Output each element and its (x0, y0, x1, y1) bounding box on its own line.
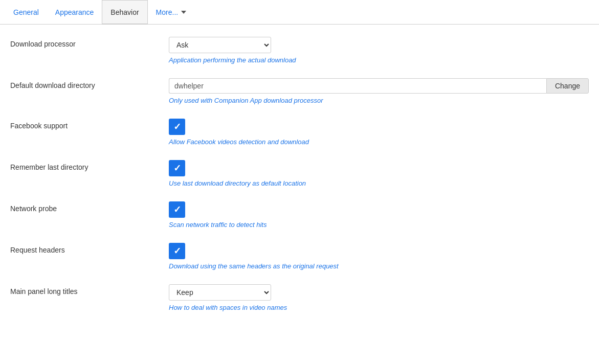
facebook-support-checkbox[interactable]: ✓ (169, 119, 185, 135)
directory-input-row: Change (169, 78, 589, 94)
change-button[interactable]: Change (546, 78, 589, 94)
tab-more-label: More... (156, 8, 179, 16)
tab-appearance[interactable]: Appearance (47, 0, 102, 25)
main-panel-long-titles-select[interactable]: Keep Trim Wrap (169, 284, 271, 301)
network-probe-control: ✓ Scan network traffic to detect hits (169, 201, 589, 229)
default-download-directory-hint: Only used with Companion App download pr… (169, 97, 589, 104)
network-probe-checkmark: ✓ (173, 205, 181, 214)
facebook-support-row: Facebook support ✓ Allow Facebook videos… (10, 119, 589, 146)
download-processor-select[interactable]: Ask Browser Companion App (169, 37, 271, 53)
chevron-down-icon (181, 11, 186, 14)
settings-content: Download processor Ask Browser Companion… (0, 25, 599, 364)
network-probe-checkbox-container: ✓ (169, 201, 589, 218)
request-headers-control: ✓ Download using the same headers as the… (169, 243, 589, 270)
facebook-support-checkbox-container: ✓ (169, 119, 589, 135)
tabs-bar: General Appearance Behavior More... (0, 0, 599, 25)
facebook-support-checkmark: ✓ (173, 122, 181, 131)
remember-last-directory-hint: Use last download directory as default l… (169, 179, 589, 187)
request-headers-row: Request headers ✓ Download using the sam… (10, 243, 589, 270)
request-headers-hint: Download using the same headers as the o… (169, 262, 589, 270)
default-download-directory-label: Default download directory (10, 78, 169, 89)
network-probe-row: Network probe ✓ Scan network traffic to … (10, 201, 589, 229)
main-panel-long-titles-control: Keep Trim Wrap How to deal with spaces i… (169, 284, 589, 311)
download-processor-hint: Application performing the actual downlo… (169, 56, 589, 64)
tab-behavior[interactable]: Behavior (102, 0, 147, 25)
request-headers-checkbox[interactable]: ✓ (169, 243, 185, 259)
facebook-support-label: Facebook support (10, 119, 169, 130)
tab-general[interactable]: General (5, 0, 47, 25)
remember-last-directory-control: ✓ Use last download directory as default… (169, 160, 589, 187)
request-headers-label: Request headers (10, 243, 169, 254)
facebook-support-control: ✓ Allow Facebook videos detection and do… (169, 119, 589, 146)
default-download-directory-control: Change Only used with Companion App down… (169, 78, 589, 104)
main-panel-long-titles-row: Main panel long titles Keep Trim Wrap Ho… (10, 284, 589, 311)
facebook-support-hint: Allow Facebook videos detection and down… (169, 138, 589, 146)
tab-more[interactable]: More... (148, 0, 195, 25)
network-probe-checkbox[interactable]: ✓ (169, 201, 185, 218)
remember-last-directory-checkbox-container: ✓ (169, 160, 589, 176)
download-processor-control: Ask Browser Companion App Application pe… (169, 37, 589, 64)
default-download-directory-row: Default download directory Change Only u… (10, 78, 589, 104)
network-probe-label: Network probe (10, 201, 169, 213)
network-probe-hint: Scan network traffic to detect hits (169, 221, 589, 229)
directory-input[interactable] (169, 78, 546, 94)
remember-last-directory-checkbox[interactable]: ✓ (169, 160, 185, 176)
request-headers-checkbox-container: ✓ (169, 243, 589, 259)
main-panel-long-titles-hint: How to deal with spaces in video names (169, 304, 589, 311)
remember-last-directory-checkmark: ✓ (173, 164, 181, 173)
remember-last-directory-label: Remember last directory (10, 160, 169, 171)
main-panel-long-titles-label: Main panel long titles (10, 284, 169, 295)
remember-last-directory-row: Remember last directory ✓ Use last downl… (10, 160, 589, 187)
download-processor-row: Download processor Ask Browser Companion… (10, 37, 589, 64)
request-headers-checkmark: ✓ (173, 246, 181, 256)
download-processor-label: Download processor (10, 37, 169, 48)
